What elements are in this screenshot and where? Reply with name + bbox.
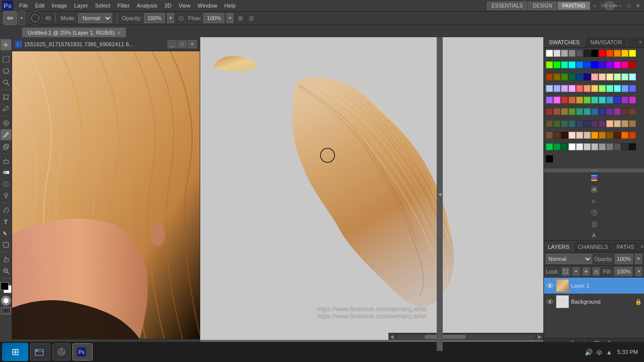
swatch-54[interactable]	[591, 97, 598, 104]
scroll-left-arrow[interactable]: ◀	[388, 333, 395, 340]
crop-tool[interactable]	[1, 92, 12, 103]
start-button[interactable]: ⊞	[2, 343, 28, 361]
swatch-21[interactable]	[614, 61, 621, 68]
marquee-tool[interactable]	[1, 54, 12, 65]
tab-paths[interactable]: PATHS	[613, 242, 639, 252]
lock-position-btn[interactable]	[583, 267, 590, 276]
tray-up-icon[interactable]: ▲	[606, 348, 612, 356]
swatch-85[interactable]	[553, 132, 560, 139]
healing-tool[interactable]	[1, 118, 12, 129]
swatch-16[interactable]	[576, 61, 583, 68]
panel-menu-btn[interactable]: ≡	[637, 37, 644, 47]
swatch-46[interactable]	[621, 85, 628, 92]
zoom-tool[interactable]	[1, 265, 12, 277]
swatch-68[interactable]	[606, 108, 613, 115]
swatch-95[interactable]	[629, 132, 636, 139]
menu-image[interactable]: Image	[49, 2, 70, 10]
brush-tool[interactable]	[1, 129, 12, 140]
channels-icon[interactable]	[590, 173, 599, 184]
document-tab-close[interactable]: ×	[118, 30, 121, 36]
swatch-70[interactable]	[621, 108, 628, 115]
swatch-83[interactable]	[629, 120, 636, 127]
minimize-window[interactable]: ─	[616, 2, 624, 10]
lock-pixels-btn[interactable]	[573, 267, 580, 276]
swatch-17[interactable]	[584, 61, 591, 68]
swatch-96[interactable]	[546, 143, 553, 150]
swatch-104[interactable]	[606, 143, 613, 150]
swatch-69[interactable]	[614, 108, 621, 115]
swatch-38[interactable]	[561, 85, 568, 92]
swatch-7[interactable]	[599, 50, 606, 57]
fill-dropdown-btn[interactable]: ▼	[635, 267, 642, 276]
menu-edit[interactable]: Edit	[32, 2, 48, 10]
swatch-57[interactable]	[614, 97, 621, 104]
airbrush-toggle[interactable]: ⊙	[178, 14, 184, 22]
swatch-51[interactable]	[569, 97, 576, 104]
swatch-47[interactable]	[629, 85, 636, 92]
dodge-tool[interactable]	[1, 190, 12, 201]
swatch-27[interactable]	[569, 73, 576, 80]
menu-filter[interactable]: Filter	[114, 2, 132, 10]
scroll-right-arrow[interactable]: ▶	[536, 333, 543, 340]
swatch-43[interactable]	[599, 85, 606, 92]
clone-tool[interactable]	[1, 141, 12, 152]
background-visibility-toggle[interactable]	[546, 298, 554, 306]
swatch-30[interactable]	[591, 73, 598, 80]
swatch-67[interactable]	[599, 108, 606, 115]
swatch-102[interactable]	[591, 143, 598, 150]
swatch-73[interactable]	[553, 120, 560, 127]
swatch-97[interactable]	[553, 143, 560, 150]
swatch-18[interactable]	[591, 61, 598, 68]
swatch-86[interactable]	[561, 132, 568, 139]
fill-input[interactable]	[614, 267, 632, 276]
menu-layer[interactable]: Layer	[71, 2, 91, 10]
swatch-91[interactable]	[599, 132, 606, 139]
cs-live-btn[interactable]: CS Live	[604, 1, 615, 10]
swatch-49[interactable]	[553, 97, 560, 104]
swatch-98[interactable]	[561, 143, 568, 150]
menu-3d[interactable]: 3D	[162, 2, 175, 10]
swatch-77[interactable]	[584, 120, 591, 127]
stylus-icon[interactable]: ⊘	[249, 14, 255, 22]
eyedropper-tool[interactable]	[1, 103, 12, 114]
swatch-42[interactable]	[591, 85, 598, 92]
flow-arrow[interactable]: ▼	[226, 13, 233, 23]
swatch-33[interactable]	[614, 73, 621, 80]
menu-select[interactable]: Select	[92, 2, 114, 10]
swatch-35[interactable]	[629, 73, 636, 80]
swatch-101[interactable]	[584, 143, 591, 150]
layers-menu-btn[interactable]: ≡	[639, 242, 644, 252]
swatch-81[interactable]	[614, 120, 621, 127]
swatch-8[interactable]	[606, 50, 613, 57]
swatch-9[interactable]	[614, 50, 621, 57]
path-select-tool[interactable]	[1, 228, 12, 239]
lock-all-btn[interactable]	[593, 267, 600, 276]
menu-view[interactable]: View	[176, 2, 194, 10]
pressure-icon[interactable]: ⊗	[237, 14, 244, 22]
file-panel-close[interactable]: ×	[188, 40, 197, 48]
tab-swatches[interactable]: SWATCHES	[544, 37, 585, 47]
brush-size-preview[interactable]	[28, 11, 42, 25]
file-panel-maximize[interactable]: □	[178, 40, 187, 48]
swatch-24[interactable]	[546, 73, 553, 80]
mode-select[interactable]: Normal Multiply Screen	[78, 13, 112, 23]
lock-transparency-btn[interactable]	[562, 267, 569, 276]
swatch-14[interactable]	[561, 61, 568, 68]
smart-object-icon[interactable]	[590, 185, 599, 195]
swatch-76[interactable]	[576, 120, 583, 127]
text-tool[interactable]: T	[1, 216, 12, 227]
swatch-48[interactable]	[546, 97, 553, 104]
swatch-94[interactable]	[621, 132, 628, 139]
swatch-26[interactable]	[561, 73, 568, 80]
swatch-4[interactable]	[576, 50, 583, 57]
layer1-visibility-toggle[interactable]	[546, 282, 554, 290]
swatch-40[interactable]	[576, 85, 583, 92]
swatch-63[interactable]	[569, 108, 576, 115]
swatch-52[interactable]	[576, 97, 583, 104]
swatch-108[interactable]	[546, 155, 553, 162]
swatch-92[interactable]	[606, 132, 613, 139]
swatch-13[interactable]	[553, 61, 560, 68]
taskbar-photoshop[interactable]: Ps	[72, 343, 93, 360]
swatch-88[interactable]	[576, 132, 583, 139]
volume-icon[interactable]: 🔊	[585, 348, 593, 356]
